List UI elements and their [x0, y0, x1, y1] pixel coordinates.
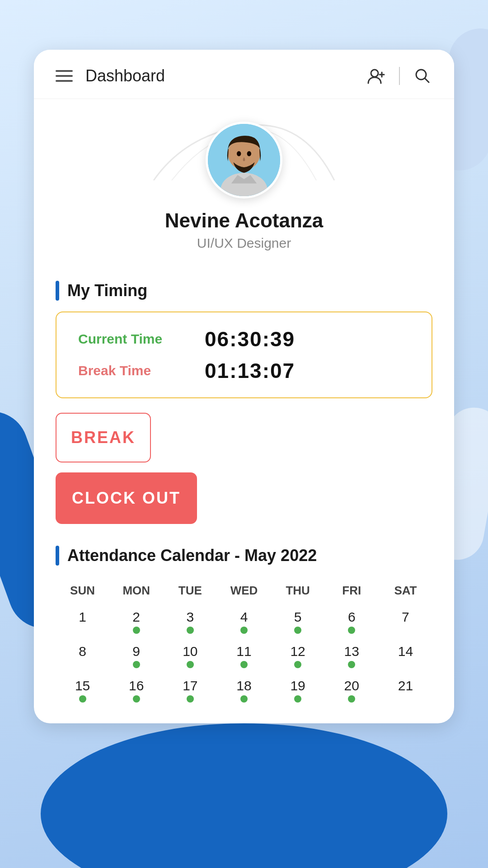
calendar-cell: 18 [217, 675, 271, 705]
current-time-row: Current Time 06:30:39 [78, 327, 410, 351]
calendar-day-number: 8 [79, 644, 86, 659]
calendar-cell: 19 [271, 675, 325, 705]
break-time-label: Break Time [78, 363, 205, 378]
calendar-day-number: 21 [398, 678, 413, 693]
svg-point-5 [237, 151, 241, 156]
attendance-dot [240, 695, 248, 703]
calendar-day-number: 16 [129, 678, 144, 693]
calendar-title-row: Attendance Calendar - May 2022 [56, 546, 432, 566]
calendar-day-number: 7 [402, 609, 409, 625]
calendar-day-name: SAT [379, 579, 432, 602]
calendar-day-number: 2 [132, 609, 140, 625]
calendar-day-name: TUE [163, 579, 217, 602]
calendar-cell: 11 [217, 641, 271, 671]
calendar-cell: 2 [109, 607, 163, 637]
avatar [206, 122, 282, 198]
calendar-day-number: 9 [132, 644, 140, 659]
timing-section-title: My Timing [67, 281, 147, 300]
header-icons [366, 66, 432, 86]
svg-point-6 [247, 151, 251, 156]
calendar-day-number: 17 [183, 678, 197, 693]
attendance-dot [348, 695, 355, 703]
attendance-dot [348, 627, 355, 634]
calendar-day-number: 5 [294, 609, 302, 625]
bg-shape-bottom [41, 723, 447, 868]
add-user-button[interactable] [366, 66, 386, 86]
attendance-dot [294, 695, 301, 703]
calendar-day-name: MON [109, 579, 163, 602]
calendar-cell: 15 [56, 675, 109, 705]
calendar-day-name: FRI [325, 579, 379, 602]
attendance-dot [240, 661, 248, 668]
calendar-day-number: 4 [240, 609, 248, 625]
page-title: Dashboard [85, 66, 366, 85]
timing-box: Current Time 06:30:39 Break Time 01:13:0… [56, 311, 432, 398]
profile-section: Nevine Acotanza UI/UX Designer [34, 99, 454, 264]
break-time-value: 01:13:07 [205, 359, 295, 383]
calendar-cell: 21 [379, 675, 432, 705]
user-name: Nevine Acotanza [165, 209, 323, 232]
calendar-day-name: WED [217, 579, 271, 602]
calendar-day-number: 20 [344, 678, 359, 693]
attendance-dot [187, 661, 194, 668]
section-bar [56, 281, 59, 301]
svg-point-0 [371, 70, 378, 77]
attendance-dot [187, 695, 194, 703]
calendar-header: SUNMONTUEWEDTHUFRISAT [56, 579, 432, 602]
calendar-cell: 13 [325, 641, 379, 671]
calendar-cell: 5 [271, 607, 325, 637]
current-time-label: Current Time [78, 331, 205, 347]
attendance-dot [240, 627, 248, 634]
current-time-value: 06:30:39 [205, 327, 295, 351]
timing-section-label: My Timing [56, 281, 432, 301]
calendar-cell: 7 [379, 607, 432, 637]
calendar-day-number: 6 [348, 609, 356, 625]
attendance-calendar: Attendance Calendar - May 2022 SUNMONTUE… [56, 546, 432, 705]
attendance-dot [294, 661, 301, 668]
calendar-day-name: THU [271, 579, 325, 602]
calendar-day-number: 11 [236, 644, 251, 659]
calendar-day-number: 3 [187, 609, 194, 625]
calendar-cell: 8 [56, 641, 109, 671]
calendar-cell: 12 [271, 641, 325, 671]
calendar-cell: 20 [325, 675, 379, 705]
calendar-day-number: 1 [79, 609, 86, 625]
attendance-dot [133, 627, 140, 634]
calendar-cell: 1 [56, 607, 109, 637]
attendance-dot [348, 661, 355, 668]
menu-icon[interactable] [56, 70, 73, 82]
attendance-dot [294, 627, 301, 634]
attendance-dot [133, 661, 140, 668]
calendar-cell: 14 [379, 641, 432, 671]
calendar-cell: 17 [163, 675, 217, 705]
break-button[interactable]: BREAK [56, 413, 151, 462]
calendar-day-number: 15 [75, 678, 90, 693]
calendar-day-number: 10 [183, 644, 197, 659]
break-time-row: Break Time 01:13:07 [78, 359, 410, 383]
clock-out-button[interactable]: CLOCK OUT [56, 472, 197, 524]
calendar-day-number: 19 [290, 678, 305, 693]
calendar-day-number: 18 [236, 678, 251, 693]
calendar-cell: 10 [163, 641, 217, 671]
calendar-cell: 4 [217, 607, 271, 637]
attendance-dot [187, 627, 194, 634]
calendar-day-name: SUN [56, 579, 109, 602]
calendar-cell: 16 [109, 675, 163, 705]
attendance-dot [79, 695, 86, 703]
calendar-day-number: 14 [398, 644, 413, 659]
calendar-day-number: 13 [344, 644, 359, 659]
user-role: UI/UX Designer [197, 236, 291, 251]
search-button[interactable] [413, 66, 432, 86]
calendar-section-bar [56, 546, 59, 566]
main-card: Dashboard [34, 50, 454, 723]
header-divider [399, 67, 400, 85]
attendance-dot [133, 695, 140, 703]
calendar-day-number: 12 [290, 644, 305, 659]
calendar-cell: 6 [325, 607, 379, 637]
calendar-body: 123456789101112131415161718192021 [56, 607, 432, 705]
calendar-cell: 3 [163, 607, 217, 637]
calendar-cell: 9 [109, 641, 163, 671]
calendar-grid: SUNMONTUEWEDTHUFRISAT 123456789101112131… [56, 579, 432, 705]
calendar-title: Attendance Calendar - May 2022 [67, 546, 317, 565]
header: Dashboard [34, 50, 454, 99]
